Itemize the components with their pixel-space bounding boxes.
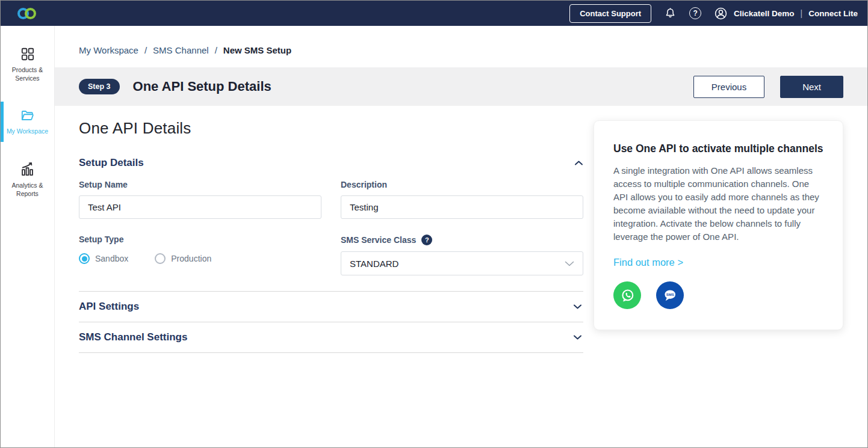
contact-support-button[interactable]: Contact Support xyxy=(569,4,651,23)
breadcrumb: My Workspace / SMS Channel / New SMS Set… xyxy=(55,26,867,67)
sms-service-class-select[interactable]: STANDARD xyxy=(341,251,583,275)
sidebar-item-analytics-reports[interactable]: Analytics & Reports xyxy=(1,158,54,201)
sidebar: Products & Services My Workspace Analyti… xyxy=(1,26,55,447)
setup-type-field-group: Setup Type Sandbox Production xyxy=(79,235,321,275)
section-header-api-settings[interactable]: API Settings xyxy=(79,292,583,322)
one-api-info-card: Use One API to activate multiple channel… xyxy=(594,120,843,330)
setup-name-input[interactable] xyxy=(79,195,321,219)
description-label: Description xyxy=(341,180,583,189)
grid-icon xyxy=(20,46,36,62)
section-header-setup-details[interactable]: Setup Details xyxy=(79,157,583,169)
section-header-sms-channel-settings[interactable]: SMS Channel Settings xyxy=(79,322,583,352)
radio-circle-icon xyxy=(79,253,90,264)
radio-circle-icon xyxy=(155,253,166,264)
next-button[interactable]: Next xyxy=(780,76,843,98)
chevron-down-icon[interactable] xyxy=(573,304,582,310)
clickatell-logo-icon[interactable] xyxy=(17,8,36,19)
radio-sandbox[interactable]: Sandbox xyxy=(79,253,128,264)
sidebar-item-label: Products & Services xyxy=(3,66,52,82)
breadcrumb-sms-channel[interactable]: SMS Channel xyxy=(153,45,209,55)
breadcrumb-my-workspace[interactable]: My Workspace xyxy=(79,45,138,55)
breadcrumb-separator: / xyxy=(144,45,147,55)
page-step-title: One API Setup Details xyxy=(133,79,271,94)
sms-icon-label: SMS xyxy=(666,293,674,296)
sms-channel-icon[interactable]: SMS xyxy=(656,281,684,309)
section-title: SMS Channel Settings xyxy=(79,331,187,343)
info-card-title: Use One API to activate multiple channel… xyxy=(613,143,823,155)
notifications-bell-icon[interactable] xyxy=(664,7,677,20)
topbar-divider: | xyxy=(801,8,803,18)
setup-name-field-group: Setup Name xyxy=(79,180,321,219)
chevron-down-icon[interactable] xyxy=(573,334,582,340)
find-out-more-link[interactable]: Find out more > xyxy=(613,257,683,268)
page-title: One API Details xyxy=(79,119,583,138)
user-account-area[interactable]: Clickatell Demo | Connect Lite xyxy=(714,7,858,20)
section-title: Setup Details xyxy=(79,157,144,169)
sidebar-item-products-services[interactable]: Products & Services xyxy=(1,43,54,86)
logo-green-ring xyxy=(25,8,36,19)
breadcrumb-new-sms-setup: New SMS Setup xyxy=(223,45,291,55)
selected-value: STANDARD xyxy=(350,259,398,269)
one-api-form: One API Details Setup Details Setup Name xyxy=(79,106,583,353)
breadcrumb-separator: / xyxy=(215,45,217,55)
sms-service-class-field-group: SMS Service Class ? STANDARD xyxy=(341,235,583,275)
channel-icons-row: SMS xyxy=(613,281,823,309)
step-header-band: Step 3 One API Setup Details Previous Ne… xyxy=(55,67,867,106)
chevron-down-icon xyxy=(565,261,574,266)
section-title: API Settings xyxy=(79,301,139,313)
help-tooltip-icon[interactable]: ? xyxy=(421,235,432,245)
bar-chart-icon xyxy=(19,161,36,177)
sidebar-item-label: Analytics & Reports xyxy=(3,182,52,198)
radio-label: Sandbox xyxy=(95,254,128,263)
top-navigation-bar: Contact Support ? Clickatell Demo | Conn… xyxy=(1,1,867,26)
radio-production[interactable]: Production xyxy=(155,253,211,264)
avatar-icon xyxy=(714,7,728,20)
whatsapp-channel-icon[interactable] xyxy=(613,281,641,309)
plan-name: Connect Lite xyxy=(808,9,858,18)
user-name: Clickatell Demo xyxy=(734,9,795,18)
info-card-body: A single integration with One API allows… xyxy=(613,164,823,244)
help-icon[interactable]: ? xyxy=(689,7,701,19)
description-field-group: Description xyxy=(341,180,583,219)
section-divider xyxy=(79,352,583,353)
setup-type-label: Setup Type xyxy=(79,235,321,244)
step-badge: Step 3 xyxy=(79,79,120,94)
setup-name-label: Setup Name xyxy=(79,180,321,189)
app-window: Contact Support ? Clickatell Demo | Conn… xyxy=(0,0,868,448)
sidebar-item-label: My Workspace xyxy=(7,127,48,136)
folder-icon xyxy=(19,108,36,123)
description-input[interactable] xyxy=(341,195,583,219)
chevron-up-icon[interactable] xyxy=(574,160,583,166)
main-content: My Workspace / SMS Channel / New SMS Set… xyxy=(55,26,867,447)
sms-service-class-label: SMS Service Class xyxy=(341,235,416,245)
radio-label: Production xyxy=(171,254,211,263)
sidebar-item-my-workspace[interactable]: My Workspace xyxy=(1,104,54,140)
previous-button[interactable]: Previous xyxy=(693,76,764,98)
